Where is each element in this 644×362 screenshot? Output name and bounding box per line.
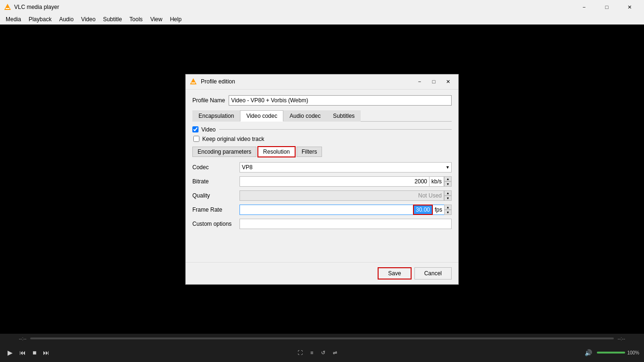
bitrate-input[interactable] <box>239 176 429 187</box>
framerate-row: Frame Rate 30.00 fps ▲ ▼ <box>192 205 452 215</box>
quality-spinner: ▲ ▼ <box>444 190 452 201</box>
profile-name-input[interactable] <box>229 95 452 106</box>
menu-view[interactable]: View <box>147 15 166 24</box>
volume-area: 🔊 100% <box>582 347 639 358</box>
framerate-label: Frame Rate <box>192 206 239 213</box>
framerate-spinner: ▲ ▼ <box>444 205 452 215</box>
keep-original-label: Keep original video track <box>202 136 264 142</box>
sub-tab-encoding[interactable]: Encoding parameters <box>192 147 256 157</box>
svg-rect-1 <box>6 8 9 9</box>
window-controls: − □ ✕ <box>573 0 640 14</box>
framerate-text-input[interactable] <box>239 205 413 215</box>
quality-input-wrap: ▲ ▼ <box>239 190 452 201</box>
menu-video[interactable]: Video <box>77 15 99 24</box>
framerate-input-wrap: 30.00 fps ▲ ▼ <box>239 205 452 215</box>
tab-encapsulation[interactable]: Encapsulation <box>192 110 240 122</box>
profile-edition-dialog: Profile edition − □ ✕ Profile Name Encap… <box>185 74 459 285</box>
fps-value-box: 30.00 <box>413 205 433 215</box>
progress-area: --:-- --:-- <box>0 334 644 343</box>
progress-track[interactable] <box>30 337 614 339</box>
dialog-body: Profile Name Encapsulation Video codec A… <box>186 90 458 262</box>
menu-media[interactable]: Media <box>2 15 25 24</box>
menu-subtitle[interactable]: Subtitle <box>99 15 126 24</box>
tab-subtitles[interactable]: Subtitles <box>327 110 361 122</box>
tab-video-codec[interactable]: Video codec <box>240 110 283 122</box>
menu-bar: Media Playback Audio Video Subtitle Tool… <box>0 14 644 25</box>
save-button[interactable]: Save <box>378 267 411 280</box>
dialog-title: Profile edition <box>201 78 413 85</box>
dialog-close-button[interactable]: ✕ <box>441 76 454 87</box>
video-divider <box>219 129 452 130</box>
menu-help[interactable]: Help <box>166 15 185 24</box>
volume-label: 100% <box>627 350 639 355</box>
fps-value: 30.00 <box>416 206 430 213</box>
cancel-button[interactable]: Cancel <box>414 267 452 280</box>
controls-row: ▶ ⏮ ■ ⏭ ⛶ ≡ ↺ ⇌ 🔊 100% <box>0 343 644 362</box>
volume-track[interactable] <box>597 352 625 354</box>
video-checkbox-row: Video <box>192 126 452 133</box>
tab-audio-codec[interactable]: Audio codec <box>283 110 327 122</box>
dialog-footer: Save Cancel <box>186 262 458 284</box>
quality-up[interactable]: ▲ <box>444 190 452 196</box>
sub-tab-filters[interactable]: Filters <box>297 147 322 157</box>
loop-button[interactable]: ↺ <box>318 348 328 358</box>
dialog-controls: − □ ✕ <box>413 76 454 87</box>
menu-audio[interactable]: Audio <box>55 15 77 24</box>
close-button[interactable]: ✕ <box>619 0 640 14</box>
minimize-button[interactable]: − <box>573 0 595 14</box>
custom-options-row: Custom options <box>192 219 452 229</box>
fullscreen-button[interactable]: ⛶ <box>295 348 305 357</box>
bitrate-spinner: ▲ ▼ <box>444 176 452 187</box>
time-elapsed: --:-- <box>19 336 26 341</box>
encoding-content: Codec VP8 VP9 H.264 H.265 MPEG-4 ▼ <box>192 162 452 256</box>
keep-original-checkbox[interactable] <box>193 136 199 142</box>
dialog-minimize-button[interactable]: − <box>413 76 426 87</box>
play-button[interactable]: ▶ <box>5 347 16 358</box>
extended-settings-button[interactable]: ≡ <box>307 348 316 357</box>
custom-options-input[interactable] <box>239 219 452 229</box>
dialog-maximize-button[interactable]: □ <box>427 76 440 87</box>
maximize-button[interactable]: □ <box>596 0 618 14</box>
svg-marker-0 <box>4 4 11 10</box>
bottom-bar: --:-- --:-- ▶ ⏮ ■ ⏭ ⛶ ≡ ↺ ⇌ 🔊 100% <box>0 334 644 362</box>
video-checkbox[interactable] <box>192 126 198 132</box>
custom-options-label: Custom options <box>192 221 239 227</box>
volume-icon[interactable]: 🔊 <box>582 347 595 358</box>
fps-unit: fps <box>433 205 444 215</box>
dialog-icon <box>190 78 197 85</box>
menu-playback[interactable]: Playback <box>25 15 56 24</box>
title-bar: VLC media player − □ ✕ <box>0 0 644 14</box>
dialog-title-bar: Profile edition − □ ✕ <box>186 74 458 90</box>
keep-original-row: Keep original video track <box>193 136 452 142</box>
custom-options-wrap <box>239 219 452 229</box>
profile-name-label: Profile Name <box>192 97 225 104</box>
bitrate-up[interactable]: ▲ <box>444 176 452 181</box>
codec-row: Codec VP8 VP9 H.264 H.265 MPEG-4 ▼ <box>192 162 452 173</box>
prev-button[interactable]: ⏮ <box>17 347 29 358</box>
bitrate-unit: kb/s <box>429 176 444 187</box>
menu-tools[interactable]: Tools <box>126 15 147 24</box>
quality-row: Quality ▲ ▼ <box>192 190 452 201</box>
bitrate-row: Bitrate kb/s ▲ ▼ <box>192 176 452 187</box>
quality-down[interactable]: ▼ <box>444 196 452 201</box>
bitrate-down[interactable]: ▼ <box>444 181 452 187</box>
codec-select[interactable]: VP8 VP9 H.264 H.265 MPEG-4 <box>239 162 452 173</box>
framerate-up[interactable]: ▲ <box>444 205 452 210</box>
svg-marker-2 <box>190 78 197 84</box>
sub-tab-resolution[interactable]: Resolution <box>257 146 296 157</box>
time-remaining: --:-- <box>618 336 625 341</box>
bitrate-input-wrap: kb/s ▲ ▼ <box>239 176 452 187</box>
next-button[interactable]: ⏭ <box>40 347 52 358</box>
codec-select-wrap: VP8 VP9 H.264 H.265 MPEG-4 ▼ <box>239 162 452 173</box>
bitrate-label: Bitrate <box>192 178 239 185</box>
sub-tabs-row: Encoding parameters Resolution Filters <box>192 146 452 157</box>
app-icon <box>4 3 11 11</box>
stop-button[interactable]: ■ <box>30 347 39 358</box>
codec-label: Codec <box>192 164 239 171</box>
shuffle-button[interactable]: ⇌ <box>330 348 340 358</box>
quality-input[interactable] <box>239 190 444 201</box>
main-tabs: Encapsulation Video codec Audio codec Su… <box>192 110 452 122</box>
framerate-down[interactable]: ▼ <box>444 210 452 215</box>
svg-rect-3 <box>191 82 195 83</box>
video-label: Video <box>201 126 215 133</box>
